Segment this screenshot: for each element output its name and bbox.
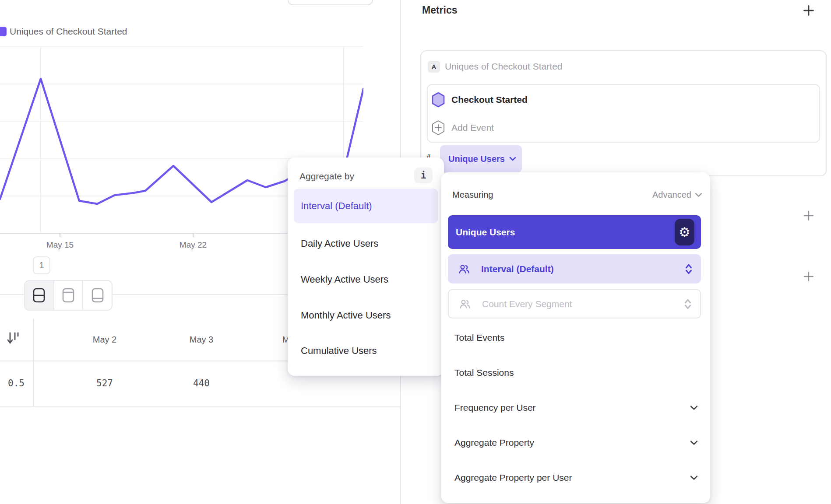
count-every-segment-label: Count Every Segment: [482, 299, 572, 309]
event-name: Checkout Started: [451, 94, 528, 105]
unique-users-selected-button[interactable]: Unique Users ⚙: [448, 215, 701, 249]
x-tick-label: May 15: [42, 240, 78, 250]
measuring-title: Measuring: [452, 190, 493, 200]
chevron-down-icon: [690, 405, 698, 410]
add-event-label: Add Event: [451, 122, 494, 133]
add-event-icon: [431, 119, 445, 136]
chevron-up-down-icon: [684, 299, 691, 309]
split-view-button[interactable]: [25, 281, 53, 310]
top-toolbar-button[interactable]: [288, 0, 373, 5]
measuring-option-total-events[interactable]: Total Events: [454, 332, 700, 344]
aggregate-option[interactable]: Weekly Active Users: [301, 273, 388, 286]
event-hexagon-icon: [431, 91, 445, 108]
advanced-label: Advanced: [652, 190, 691, 200]
measuring-option-aggregate-property-per-user[interactable]: Aggregate Property per User: [454, 472, 700, 484]
aggregate-by-title: Aggregate by: [299, 171, 354, 182]
metric-card: A Uniques of Checkout Started Checkout S…: [420, 50, 827, 176]
analytics-app: Uniques of Checkout Started May 15 May 2…: [0, 0, 831, 504]
aggregate-option[interactable]: Monthly Active Users: [301, 309, 391, 322]
chevron-down-icon: [695, 192, 702, 197]
measuring-option-total-sessions[interactable]: Total Sessions: [454, 367, 700, 379]
advanced-toggle[interactable]: Advanced: [652, 190, 702, 200]
table-column-divider: [33, 319, 34, 407]
legend-swatch: [0, 27, 7, 36]
chevron-down-icon: [690, 475, 698, 480]
sort-descending-icon[interactable]: [6, 331, 19, 346]
gear-icon: ⚙: [679, 226, 690, 239]
measure-chip-label: Unique Users: [448, 154, 505, 164]
table-cell: 527: [74, 378, 135, 388]
chevron-up-down-icon: [685, 264, 692, 274]
interval-dropdown[interactable]: Interval (Default): [448, 254, 701, 284]
table-column-header[interactable]: May 3: [171, 335, 232, 345]
table-bottom-view-icon: [91, 287, 104, 303]
split-view-icon: [32, 287, 46, 303]
measure-settings-button[interactable]: ⚙: [675, 219, 694, 245]
measure-chip[interactable]: Unique Users: [440, 145, 522, 172]
aggregate-option-selected[interactable]: Interval (Default): [294, 189, 438, 223]
event-row[interactable]: Checkout Started: [431, 91, 528, 108]
table-row-label: 0.5: [0, 378, 25, 388]
chevron-down-icon: [509, 157, 516, 161]
count-every-segment-dropdown[interactable]: Count Every Segment: [448, 289, 701, 318]
x-tick-label: May 22: [175, 240, 211, 250]
option-label: Frequency per User: [454, 402, 536, 414]
aggregate-option[interactable]: Cumulative Users: [301, 345, 377, 357]
users-icon: [458, 263, 471, 275]
add-event-row[interactable]: Add Event: [431, 119, 494, 136]
add-section-button[interactable]: [803, 210, 814, 221]
chevron-down-icon: [690, 440, 698, 445]
metrics-panel-title: Metrics: [422, 4, 458, 16]
interval-dropdown-label: Interval (Default): [481, 264, 554, 274]
measuring-option-aggregate-property[interactable]: Aggregate Property: [454, 437, 700, 449]
info-icon[interactable]: i: [414, 168, 433, 183]
measuring-popup: Measuring Advanced Unique Users ⚙ Int: [441, 172, 710, 503]
option-label: Total Sessions: [454, 367, 514, 379]
measuring-option-frequency-per-user[interactable]: Frequency per User: [454, 402, 700, 414]
chart-top-view-icon: [62, 287, 75, 303]
legend-label[interactable]: Uniques of Checkout Started: [10, 27, 127, 36]
unique-users-label: Unique Users: [456, 227, 515, 238]
metric-letter-badge: A: [428, 61, 440, 73]
users-icon: [458, 298, 472, 310]
add-metric-button[interactable]: [803, 4, 815, 17]
table-bottom-view-button[interactable]: [82, 281, 112, 310]
table-column-header[interactable]: May 2: [74, 335, 135, 345]
table-cell: 440: [171, 378, 232, 388]
option-label: Aggregate Property per User: [454, 472, 572, 484]
event-card: Checkout Started Add Event: [427, 84, 820, 143]
table-row-divider: [0, 406, 400, 407]
aggregate-option-label: Interval (Default): [301, 200, 372, 212]
layout-toggle-group: [24, 280, 113, 311]
metric-title[interactable]: Uniques of Checkout Started: [445, 61, 563, 72]
chart-top-view-button[interactable]: [53, 281, 83, 310]
page-number-badge[interactable]: 1: [33, 256, 50, 274]
option-label: Aggregate Property: [454, 437, 534, 449]
add-section-button[interactable]: [803, 271, 814, 282]
option-label: Total Events: [454, 332, 504, 344]
aggregate-by-popup: Aggregate by i Interval (Default) Daily …: [288, 158, 444, 376]
aggregate-option[interactable]: Daily Active Users: [301, 238, 378, 250]
